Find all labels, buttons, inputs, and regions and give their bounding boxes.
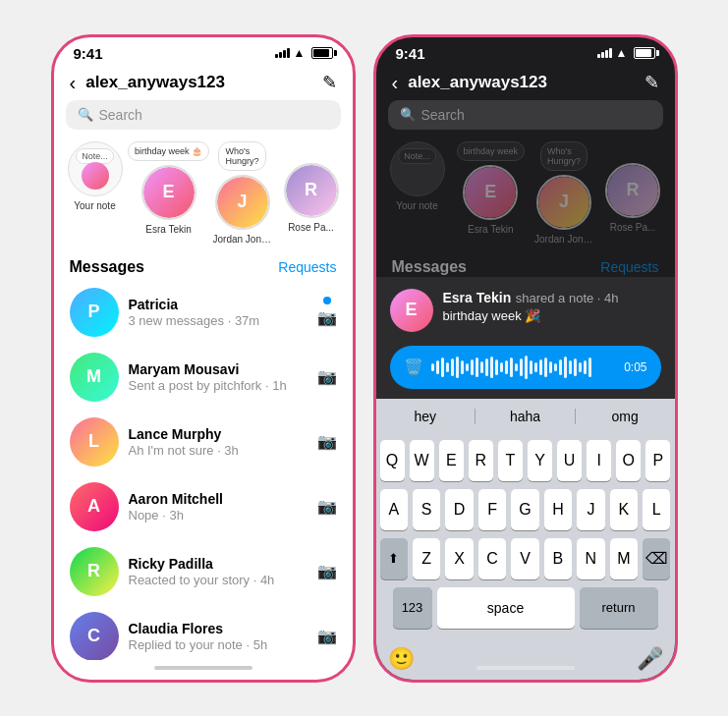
edit-icon-left[interactable]: ✎ [322, 72, 337, 93]
key-C[interactable]: C [478, 538, 506, 579]
key-M[interactable]: M [610, 538, 638, 579]
message-aaron[interactable]: A Aaron Mitchell Nope · 3h 📷 [54, 474, 353, 539]
key-num[interactable]: 123 [393, 587, 432, 629]
key-S[interactable]: S [413, 489, 440, 530]
camera-icon-ricky: 📷 [317, 562, 337, 580]
messages-title-left: Messages [70, 258, 145, 276]
key-K[interactable]: K [610, 489, 638, 530]
requests-link-left[interactable]: Requests [278, 259, 336, 275]
right-ricky: 📷 [317, 562, 337, 580]
key-L[interactable]: L [643, 489, 670, 530]
status-bar-left: 9:41 ▲ [54, 37, 353, 66]
back-button-right[interactable]: ‹ [392, 72, 399, 94]
key-W[interactable]: W [410, 440, 434, 481]
autocomplete-bar: hey haha omg [376, 399, 675, 434]
note-notification: E Esra Tekin shared a note · 4h birthday… [376, 277, 675, 340]
wifi-icon: ▲ [294, 46, 306, 60]
story-rose-right: R Rose Pa... [603, 141, 662, 245]
autocomplete-omg[interactable]: omg [576, 405, 675, 428]
key-D[interactable]: D [445, 489, 473, 530]
key-O[interactable]: O [616, 440, 641, 481]
your-note-avatar-right: Note... [390, 141, 445, 196]
delete-voice-icon[interactable]: 🗑️ [404, 358, 423, 376]
voice-duration: 0:05 [624, 360, 646, 374]
key-F[interactable]: F [478, 489, 506, 530]
keyboard-row-3: ⬆ Z X C V B N M ⌫ [380, 538, 671, 579]
battery-icon-right [634, 47, 655, 59]
content-ricky: Ricky Padilla Reacted to your story · 4h [129, 556, 308, 587]
key-B[interactable]: B [544, 538, 572, 579]
search-bar-right[interactable]: 🔍 Search [388, 100, 663, 130]
edit-icon-right[interactable]: ✎ [644, 72, 659, 93]
camera-icon-claudia: 📷 [317, 627, 337, 645]
message-patricia[interactable]: P Patricia 3 new messages · 37m 📷 [54, 280, 353, 345]
autocomplete-hey[interactable]: hey [376, 405, 476, 428]
key-P[interactable]: P [645, 440, 670, 481]
name-maryam: Maryam Mousavi [129, 361, 308, 377]
avatar-ricky: R [70, 547, 119, 596]
keyboard-row-4: 123 space return [380, 587, 671, 629]
battery-icon [311, 47, 333, 59]
key-G[interactable]: G [511, 489, 538, 530]
key-Q[interactable]: Q [380, 440, 405, 481]
story-rose[interactable]: R Rose Pa... [282, 141, 341, 245]
key-A[interactable]: A [380, 489, 408, 530]
search-icon-right: 🔍 [400, 107, 416, 122]
key-R[interactable]: R [469, 440, 493, 481]
message-maryam[interactable]: M Maryam Mousavi Sent a post by pitchfor… [54, 345, 353, 410]
notif-avatar: E [390, 289, 433, 332]
wifi-icon-right: ▲ [616, 46, 628, 60]
voice-message: 🗑️ [390, 346, 661, 389]
key-H[interactable]: H [544, 489, 572, 530]
story-esra[interactable]: birthday week 🎂 E Esra Tekin [135, 141, 203, 245]
story-jordan-right: Who'sHungry? J Jordan Jones [534, 141, 593, 245]
story-note[interactable]: Note... Your note [66, 141, 125, 245]
avatar-lance: L [70, 417, 119, 467]
signal-icon [275, 48, 290, 58]
key-I[interactable]: I [587, 440, 611, 481]
key-shift[interactable]: ⬆ [380, 538, 408, 579]
search-bar-left[interactable]: 🔍 Search [66, 100, 341, 130]
key-V[interactable]: V [511, 538, 538, 579]
key-space[interactable]: space [437, 587, 575, 629]
waveform [431, 356, 617, 379]
home-indicator-left [54, 660, 353, 680]
story-jordan[interactable]: Who'sHungry? J Jordan Jones [213, 141, 272, 245]
stories-row-right: Note... Your note birthday week E Esra T… [376, 138, 675, 252]
message-claudia[interactable]: C Claudia Flores Replied to your note · … [54, 604, 353, 660]
key-X[interactable]: X [445, 538, 473, 579]
status-time-left: 9:41 [74, 45, 103, 62]
right-lance: 📷 [317, 432, 337, 451]
key-delete[interactable]: ⌫ [643, 538, 670, 579]
status-icons-right: ▲ [597, 46, 655, 60]
story-label-note: Your note [74, 200, 115, 211]
key-Z[interactable]: Z [413, 538, 440, 579]
key-Y[interactable]: Y [528, 440, 552, 481]
name-lance: Lance Murphy [129, 426, 308, 442]
key-E[interactable]: E [439, 440, 464, 481]
avatar-patricia: P [70, 288, 119, 337]
preview-aaron: Nope · 3h [129, 508, 308, 523]
keyboard: Q W E R T Y U I O P A S D F G [376, 434, 675, 642]
preview-lance: Ah I'm not sure · 3h [129, 443, 308, 458]
key-return[interactable]: return [580, 587, 658, 629]
header-title-right: alex_anyways123 [408, 73, 636, 92]
story-label-rose: Rose Pa... [288, 222, 334, 233]
message-lance[interactable]: L Lance Murphy Ah I'm not sure · 3h 📷 [54, 410, 353, 474]
autocomplete-haha[interactable]: haha [476, 405, 575, 428]
avatar-maryam: M [70, 353, 119, 402]
key-J[interactable]: J [577, 489, 604, 530]
right-patricia: 📷 [317, 297, 337, 327]
key-T[interactable]: T [498, 440, 523, 481]
message-ricky[interactable]: R Ricky Padilla Reacted to your story · … [54, 539, 353, 604]
preview-claudia: Replied to your note · 5h [129, 637, 308, 652]
search-placeholder-left: Search [99, 107, 142, 123]
key-N[interactable]: N [577, 538, 604, 579]
key-U[interactable]: U [557, 440, 582, 481]
stories-row-left: Note... Your note birthday week 🎂 E Esra… [54, 138, 353, 252]
content-maryam: Maryam Mousavi Sent a post by pitchfork … [129, 361, 308, 393]
back-button-left[interactable]: ‹ [70, 72, 77, 94]
app-header-left: ‹ alex_anyways123 ✎ [54, 66, 353, 100]
right-claudia: 📷 [317, 627, 337, 645]
camera-icon-aaron: 📷 [317, 497, 337, 516]
